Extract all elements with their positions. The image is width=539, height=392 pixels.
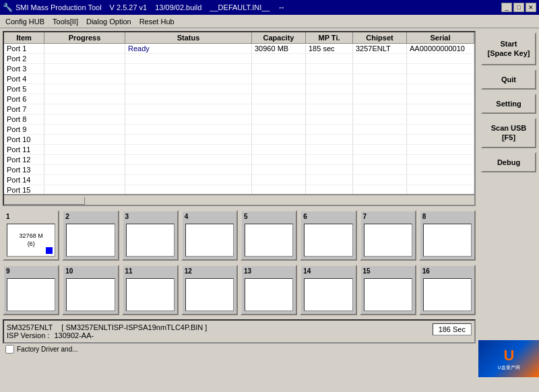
table-cell (125, 54, 252, 63)
table-cell (353, 54, 407, 63)
port-cell[interactable]: 2 (62, 210, 119, 261)
factory-driver-label: Factory Driver and... (17, 346, 78, 353)
isp-version-line: ISP Version : 130902-AA- (7, 331, 426, 339)
table-row[interactable]: Port 3 (4, 64, 474, 74)
table-cell (125, 185, 252, 194)
menu-config-hub[interactable]: Config HUB (1, 16, 49, 27)
table-cell (306, 145, 353, 154)
port-number: 14 (303, 267, 311, 275)
table-cell (252, 185, 306, 194)
titlebar: 🔧 SMI Mass Production Tool V 2.5.27 v1 1… (0, 0, 539, 15)
table-cell (44, 135, 125, 144)
table-cell (353, 185, 407, 194)
port-number: 2 (65, 213, 69, 220)
table-cell (306, 175, 353, 185)
menu-reset-hub[interactable]: Reset Hub (135, 16, 179, 27)
port-cell[interactable]: 14 (300, 265, 356, 315)
menu-dialog-option[interactable]: Dialog Option (82, 16, 135, 27)
checkbox-area: Factory Driver and... (3, 344, 476, 355)
port-cell[interactable]: 6 (300, 210, 356, 261)
table-cell (44, 145, 125, 154)
table-row[interactable]: Port 11 (4, 145, 474, 155)
table-cell (44, 155, 125, 164)
table-cell: Port 15 (4, 185, 44, 194)
table-row[interactable]: Port 4 (4, 74, 474, 84)
table-row[interactable]: Port 14 (4, 175, 474, 185)
titlebar-arrow: ↔ (278, 3, 285, 11)
logo-area: U U盘量产网 (478, 340, 539, 377)
sec-display: 186 Sec (433, 323, 472, 335)
port-table: Item Progress Status Capacity MP Ti. Chi… (3, 31, 476, 206)
table-cell (252, 145, 306, 154)
port-cell[interactable]: 12 (181, 265, 238, 315)
table-cell (125, 84, 252, 94)
table-cell (252, 165, 306, 174)
close-button[interactable]: ✕ (526, 3, 536, 12)
table-cell (306, 125, 353, 134)
table-cell (306, 135, 353, 144)
port-cell[interactable]: 9 (3, 265, 59, 315)
minimize-button[interactable]: _ (501, 3, 512, 12)
scan-usb-button[interactable]: Scan USB [F5] (481, 118, 536, 148)
table-cell: Port 9 (4, 125, 44, 134)
port-cell[interactable]: 3 (122, 210, 179, 261)
table-row[interactable]: Port 6 (4, 94, 474, 104)
col-serial: Serial (407, 32, 474, 43)
port-inner (423, 278, 472, 311)
table-cell (252, 104, 306, 114)
table-cell (353, 74, 407, 84)
table-cell (306, 94, 353, 104)
table-cell (407, 145, 474, 154)
table-cell: Port 10 (4, 135, 44, 144)
table-cell (44, 74, 125, 84)
table-cell (44, 185, 125, 194)
table-row[interactable]: Port 10 (4, 135, 474, 145)
table-row[interactable]: Port 7 (4, 104, 474, 115)
table-row[interactable]: Port 8 (4, 115, 474, 125)
table-cell (407, 125, 474, 134)
start-button[interactable]: Start [Space Key] (481, 32, 536, 65)
table-cell (125, 115, 252, 124)
table-cell (407, 115, 474, 124)
table-row[interactable]: Port 1Ready30960 MB185 sec3257ENLTAA0000… (4, 44, 474, 54)
table-row[interactable]: Port 15 (4, 185, 474, 194)
menu-tools[interactable]: Tools[II] (49, 16, 82, 27)
factory-driver-checkbox[interactable] (5, 345, 14, 354)
setting-button[interactable]: Setting (481, 94, 536, 114)
table-cell (407, 64, 474, 73)
table-cell (252, 74, 306, 84)
table-cell (353, 175, 407, 185)
table-row[interactable]: Port 2 (4, 54, 474, 64)
table-cell (353, 145, 407, 154)
table-row[interactable]: Port 5 (4, 84, 474, 94)
table-row[interactable]: Port 13 (4, 165, 474, 175)
titlebar-ini: __DEFAULT.INI__ (210, 3, 270, 11)
port-cell[interactable]: 7 (360, 210, 416, 261)
table-cell (252, 54, 306, 63)
port-cell[interactable]: 4 (181, 210, 238, 261)
table-row[interactable]: Port 12 (4, 155, 474, 165)
horizontal-scrollbar[interactable] (4, 194, 474, 205)
port-cell[interactable]: 13 (241, 265, 297, 315)
port-cell[interactable]: 10 (62, 265, 119, 315)
port-cell[interactable]: 5 (241, 210, 297, 261)
table-cell: Port 2 (4, 54, 44, 63)
table-cell (252, 115, 306, 124)
quit-button[interactable]: Quit (481, 69, 536, 90)
table-cell (306, 74, 353, 84)
port-cell[interactable]: 11 (122, 265, 179, 315)
maximize-button[interactable]: □ (513, 3, 524, 12)
port-inner (364, 278, 412, 311)
main-area: Item Progress Status Capacity MP Ti. Chi… (0, 28, 539, 392)
table-cell: 30960 MB (252, 44, 306, 53)
table-cell: AA00000000010 (407, 44, 474, 53)
port-cell[interactable]: 8 (419, 210, 476, 261)
table-cell (125, 94, 252, 104)
port-number: 15 (363, 267, 371, 275)
port-cell[interactable]: 15 (360, 265, 416, 315)
table-row[interactable]: Port 9 (4, 125, 474, 135)
port-cell[interactable]: 16 (419, 265, 476, 315)
table-cell: Port 13 (4, 165, 44, 174)
port-cell[interactable]: 132768 M (6) (3, 210, 59, 261)
debug-button[interactable]: Debug (481, 152, 536, 172)
